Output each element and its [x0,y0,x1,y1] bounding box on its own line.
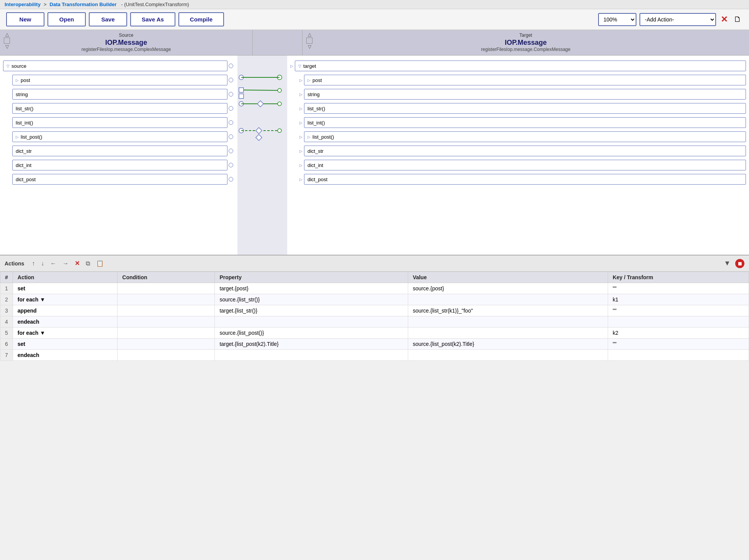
cell-action: endeach [13,316,118,327]
connector-dot-dict-post [229,177,233,182]
move-right-button[interactable]: → [61,259,70,268]
table-row[interactable]: 2 for each ▼ source.{list_str()} k1 [0,294,749,305]
target-field-box-dict-post[interactable]: dict_post [304,174,746,185]
field-box-source[interactable]: ▽ source [3,61,227,71]
field-dict-str: dict_str [3,144,234,157]
source-fullname: registerFilesIop.message.ComplexMessage [82,47,171,52]
paste-action-button[interactable]: 📋 [95,259,105,268]
move-left-button[interactable]: ← [49,259,58,268]
cell-value: source.{list_post(k2).Title} [408,339,608,350]
breadcrumb-link1[interactable]: Interoperability [5,2,41,7]
new-button[interactable]: New [6,12,44,26]
col-condition: Condition [118,272,215,283]
source-nav-down[interactable]: ▽ [5,44,9,49]
svg-point-0 [239,75,244,80]
cell-action: for each ▼ [13,294,118,305]
table-row[interactable]: 3 append target.{list_str()} source.{lis… [0,305,749,316]
close-icon-button[interactable]: ✕ [719,13,729,26]
table-row[interactable]: 1 set target.{post} source.{post} "" [0,283,749,294]
target-field-box-string[interactable]: string [304,89,746,100]
save-as-button[interactable]: Save As [130,12,175,26]
connector-dot-string [229,92,233,97]
target-field-label-list-int: list_int() [307,120,325,126]
connector-dot-list-int [229,120,233,125]
table-row[interactable]: 5 for each ▼ source.{list_post()} k2 [0,327,749,339]
cell-condition [118,327,215,339]
col-value: Value [408,272,608,283]
cell-condition [118,283,215,294]
table-row[interactable]: 4 endeach [0,316,749,327]
table-row[interactable]: 6 set target.{list_post(k2).Title} sourc… [0,339,749,350]
cell-property: target.{post} [215,283,408,294]
cell-num: 1 [0,283,13,294]
field-box-string[interactable]: string [12,89,227,100]
svg-point-16 [278,129,281,133]
target-field-label-post: post [312,77,322,83]
move-up-button[interactable]: ↑ [30,259,36,268]
svg-point-11 [278,102,281,106]
toolbar: New Open Save Save As Compile 100% 75% 5… [0,9,749,30]
expand-icon-target-list-post: ▷ [307,135,311,139]
target-field-box-list-int[interactable]: list_int() [304,117,746,128]
target-nav-down[interactable]: ▽ [308,44,311,49]
cell-action: set [13,339,118,350]
field-label-post: post [21,77,30,83]
schema-headers: △ ▽ Source IOP.Message registerFilesIop.… [0,30,749,56]
target-field-box-list-str[interactable]: list_str() [304,103,746,114]
breadcrumb-link2[interactable]: Data Transformation Builder [50,2,117,7]
breadcrumb-sep: > [44,2,47,7]
target-field-label-list-post: list_post() [312,134,334,140]
target-field-box-dict-str[interactable]: dict_str [304,146,746,156]
field-box-dict-int[interactable]: dict_int [12,160,227,170]
collapse-icon-source: ▽ [7,64,10,68]
field-box-list-int[interactable]: list_int() [12,117,227,128]
filter-button[interactable]: ▼ [722,259,732,268]
cell-key: "" [608,305,749,316]
field-label-dict-str: dict_str [16,148,32,154]
connector-svg [237,56,287,255]
target-nav: △ ▽ [306,32,312,49]
cell-property [215,316,408,327]
target-field-box-post[interactable]: ▷ post [304,75,746,85]
save-doc-button[interactable]: 🗋 [732,13,743,25]
svg-line-5 [244,90,280,90]
field-box-post[interactable]: ▷ post [12,75,227,85]
cell-num: 6 [0,339,13,350]
target-nav-up[interactable]: △ [308,32,311,37]
save-button[interactable]: Save [89,12,127,26]
target-field-box-list-post[interactable]: ▷ list_post() [304,131,746,142]
actions-toolbar: Actions ↑ ↓ ← → ✕ ⧉ 📋 ▼ ⏹ [0,255,749,272]
target-field-post: ▷ ▷ post [290,74,746,87]
expand-icon-target-post: ▷ [307,78,311,82]
source-nav-up[interactable]: △ [5,32,9,37]
compile-button[interactable]: Compile [178,12,224,26]
target-field-list-post: ▷ ▷ list_post() [290,130,746,143]
target-field-root: ▷ ▽ target [290,59,746,72]
target-field-list-int: ▷ list_int() [290,116,746,129]
target-field-dict-post: ▷ dict_post [290,173,746,186]
field-label-string: string [16,92,28,97]
connector-dot-dict-str [229,149,233,153]
field-box-dict-post[interactable]: dict_post [12,174,227,185]
field-string: string [3,88,234,101]
move-down-button[interactable]: ↓ [39,259,46,268]
open-button[interactable]: Open [47,12,86,26]
target-field-label-string: string [307,92,320,97]
table-row[interactable]: 7 endeach [0,350,749,361]
source-header: △ ▽ Source IOP.Message registerFilesIop.… [0,30,253,55]
field-box-dict-str[interactable]: dict_str [12,146,227,156]
cell-value [408,350,608,361]
target-field-box-root[interactable]: ▽ target [295,61,746,71]
copy-action-button[interactable]: ⧉ [84,259,92,268]
delete-action-button[interactable]: ✕ [73,259,81,268]
field-box-list-str[interactable]: list_str() [12,103,227,114]
cell-num: 3 [0,305,13,316]
zoom-select[interactable]: 100% 75% 50% 125% [598,13,636,26]
field-box-list-post[interactable]: ▷ list_post() [12,131,227,142]
connector-dot-dict-int [229,163,233,167]
source-classname: IOP.Message [105,39,147,47]
target-field-box-dict-int[interactable]: dict_int [304,160,746,170]
add-action-select[interactable]: -Add Action- [639,13,716,26]
col-num: # [0,272,13,283]
cell-condition [118,350,215,361]
